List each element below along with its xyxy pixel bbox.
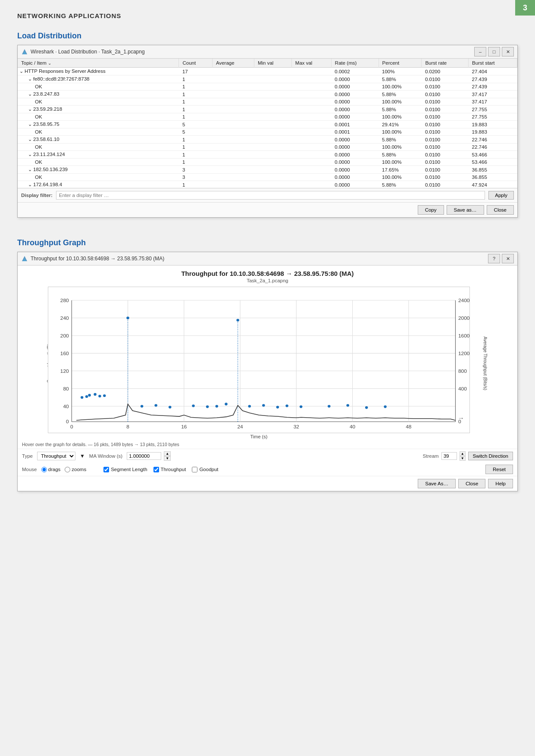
table-row[interactable]: OK 1 0.0000 100.00% 0.0100 37.417 xyxy=(18,98,517,106)
cell-burst-start: 22.746 xyxy=(469,136,517,144)
table-row[interactable]: OK 3 0.0000 100.00% 0.0100 36.855 xyxy=(18,174,517,181)
goodput-checkbox-label[interactable]: Goodput xyxy=(192,467,218,472)
cell-min-val xyxy=(254,113,291,121)
ma-window-input[interactable] xyxy=(127,452,161,460)
cell-average xyxy=(212,128,254,136)
table-header-row: Topic / Item ⌄ Count Average Min val Max… xyxy=(18,59,517,68)
throughput-checkbox-label[interactable]: Throughput xyxy=(153,467,186,472)
cell-count: 1 xyxy=(179,91,213,98)
throughput-save-as-button[interactable]: Save As… xyxy=(418,479,456,488)
col-percent: Percent xyxy=(379,59,422,68)
throughput-checkbox[interactable] xyxy=(153,467,159,472)
cell-count: 1 xyxy=(179,136,213,144)
cell-max-val xyxy=(291,136,331,144)
throughput-help-button[interactable]: Help xyxy=(488,479,513,488)
stream-spinner[interactable]: ▲ ▼ xyxy=(460,451,466,461)
table-row[interactable]: ⌄23.11.234.124 1 0.0000 5.88% 0.0100 53.… xyxy=(18,151,517,159)
segment-length-checkbox[interactable] xyxy=(103,467,109,472)
cell-burst-start: 19.883 xyxy=(469,128,517,136)
cell-count: 5 xyxy=(179,121,213,128)
maximize-button[interactable]: □ xyxy=(488,47,500,56)
goodput-checkbox[interactable] xyxy=(192,467,197,472)
cell-topic: OK xyxy=(18,128,179,136)
cell-topic: ⌄23.58.61.10 xyxy=(18,136,179,144)
apply-button[interactable]: Apply xyxy=(488,191,514,200)
cell-average xyxy=(212,121,254,128)
throughput-help-button[interactable]: ? xyxy=(488,254,500,263)
reset-control: Reset xyxy=(485,465,513,474)
table-row[interactable]: ⌄182.50.136.239 3 0.0000 17.65% 0.0100 3… xyxy=(18,166,517,174)
close-window-button[interactable]: ✕ xyxy=(502,47,514,56)
type-select[interactable]: Throughput xyxy=(37,452,75,460)
cell-rate: 0.0000 xyxy=(331,166,379,174)
throughput-window-controls[interactable]: ? ✕ xyxy=(488,254,514,263)
svg-text:16: 16 xyxy=(181,424,187,429)
cell-max-val xyxy=(291,106,331,113)
throughput-window-title: Throughput for 10.10.30.58:64698 → 23.58… xyxy=(31,256,164,262)
table-row[interactable]: OK 1 0.0000 100.00% 0.0100 27.755 xyxy=(18,113,517,121)
reset-button[interactable]: Reset xyxy=(485,465,513,474)
mouse-zooms-radio[interactable] xyxy=(65,467,70,472)
table-row[interactable]: ⌄172.64.198.4 1 0.0000 5.88% 0.0100 47.9… xyxy=(18,181,517,188)
cell-burst-rate: 0.0100 xyxy=(422,159,469,166)
svg-text:2000: 2000 xyxy=(458,315,469,321)
cell-max-val xyxy=(291,113,331,121)
cell-rate: 0.0000 xyxy=(331,181,379,188)
cell-count: 1 xyxy=(179,83,213,91)
cell-average xyxy=(212,166,254,174)
mouse-drags-radio[interactable] xyxy=(41,467,47,472)
col-max-val: Max val xyxy=(291,59,331,68)
svg-point-64 xyxy=(328,405,331,407)
table-row[interactable]: ⌄23.58.95.75 5 0.0001 29.41% 0.0100 19.8… xyxy=(18,121,517,128)
load-distribution-table-container: Topic / Item ⌄ Count Average Min val Max… xyxy=(18,59,517,188)
svg-point-43 xyxy=(85,395,88,398)
minimize-button[interactable]: – xyxy=(474,47,486,56)
ma-window-down[interactable]: ▼ xyxy=(164,456,171,461)
stream-input[interactable] xyxy=(441,452,457,460)
window-controls[interactable]: – □ ✕ xyxy=(474,47,514,56)
ma-window-up[interactable]: ▲ xyxy=(164,451,171,456)
cell-max-val xyxy=(291,174,331,181)
cell-min-val xyxy=(254,121,291,128)
cell-average xyxy=(212,136,254,144)
y-axis-right-label: Average Throughput (Bits/s) xyxy=(483,337,488,390)
table-row[interactable]: ⌄23.58.61.10 1 0.0000 5.88% 0.0100 22.74… xyxy=(18,136,517,144)
mouse-zooms-label[interactable]: zooms xyxy=(65,467,86,472)
table-row[interactable]: ⌄HTTP Responses by Server Address 17 0.0… xyxy=(18,68,517,75)
display-filter-input[interactable] xyxy=(56,191,485,200)
graph-controls-row-2: Mouse drags zooms Segment Length Through… xyxy=(18,463,517,476)
ma-window-spinner[interactable]: ▲ ▼ xyxy=(164,451,171,461)
cell-burst-rate: 0.0100 xyxy=(422,75,469,83)
load-distribution-title: Load Distribution xyxy=(0,24,535,45)
cell-topic: ⌄182.50.136.239 xyxy=(18,166,179,174)
cell-min-val xyxy=(254,68,291,75)
save-as-button[interactable]: Save as… xyxy=(447,205,484,215)
table-row[interactable]: ⌄23.59.29.218 1 0.0000 5.88% 0.0100 27.7… xyxy=(18,106,517,113)
svg-text:1600: 1600 xyxy=(458,333,469,338)
graph-controls-row-1: Type Throughput ▼ MA Window (s) ▲ ▼ Stre… xyxy=(18,449,517,463)
table-row[interactable]: OK 1 0.0000 100.00% 0.0100 22.746 xyxy=(18,144,517,151)
switch-direction-button[interactable]: Switch Direction xyxy=(468,452,513,460)
x-axis-label: Time (s) xyxy=(44,433,474,440)
mouse-drags-label[interactable]: drags xyxy=(41,467,61,472)
cell-topic: ⌄23.59.29.218 xyxy=(18,106,179,113)
close-button[interactable]: Close xyxy=(487,205,514,215)
table-row[interactable]: OK 1 0.0000 100.00% 0.0100 53.466 xyxy=(18,159,517,166)
table-row[interactable]: OK 5 0.0001 100.00% 0.0100 19.883 xyxy=(18,128,517,136)
throughput-graph-window: Throughput for 10.10.30.58:64698 → 23.58… xyxy=(17,252,518,491)
table-row[interactable]: OK 1 0.0000 100.00% 0.0100 27.439 xyxy=(18,83,517,91)
stream-up[interactable]: ▲ xyxy=(460,451,466,456)
table-row[interactable]: ⌄fe80::dcd8:23f:7267:8738 1 0.0000 5.88%… xyxy=(18,75,517,83)
segment-length-checkbox-label[interactable]: Segment Length xyxy=(103,467,147,472)
copy-button[interactable]: Copy xyxy=(418,205,444,215)
cell-burst-start: 53.466 xyxy=(469,151,517,159)
cell-percent: 29.41% xyxy=(379,121,422,128)
throughput-close-button[interactable]: ✕ xyxy=(502,254,514,263)
cell-topic: OK xyxy=(18,83,179,91)
cell-max-val xyxy=(291,83,331,91)
svg-point-65 xyxy=(346,404,349,406)
stream-down[interactable]: ▼ xyxy=(460,456,466,461)
table-row[interactable]: ⌄23.8.247.83 1 0.0000 5.88% 0.0100 37.41… xyxy=(18,91,517,98)
throughput-close-button[interactable]: Close xyxy=(458,479,485,488)
cell-topic: ⌄fe80::dcd8:23f:7267:8738 xyxy=(18,75,179,83)
